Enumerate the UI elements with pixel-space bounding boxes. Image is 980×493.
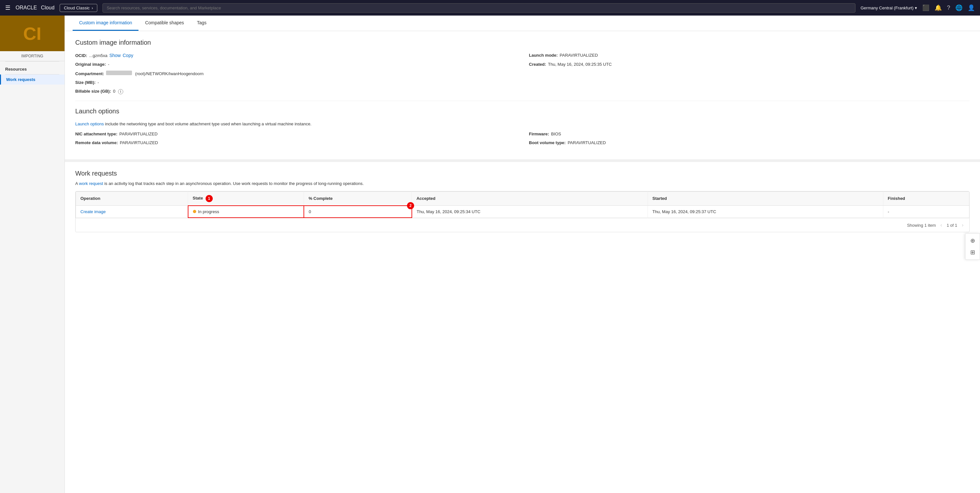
image-initials: CI <box>23 23 41 44</box>
remote-data-value: PARAVIRTUALIZED <box>120 140 158 145</box>
col-operation: Operation <box>76 192 188 206</box>
launch-mode-row: Launch mode: PARAVIRTUALIZED <box>529 53 970 58</box>
topnav-right-area: Germany Central (Frankfurt) ▾ ⬛ 🔔 ? 🌐 👤 <box>861 4 975 11</box>
main-content: Custom image information Compatible shap… <box>65 16 980 493</box>
oracle-text: ORACLE <box>16 5 37 11</box>
finished-value: - <box>888 209 889 214</box>
ocid-copy-link[interactable]: Copy <box>123 53 133 58</box>
started-value: Thu, May 16, 2024, 09:25:37 UTC <box>652 209 716 214</box>
top-navigation: ☰ ORACLE Cloud Cloud Classic › Germany C… <box>0 0 980 16</box>
help-panel-grid-icon[interactable]: ⊞ <box>968 248 977 257</box>
resources-section-label: Resources <box>0 62 65 74</box>
hamburger-menu-icon[interactable]: ☰ <box>5 4 10 11</box>
firmware-value: BIOS <box>551 132 561 136</box>
main-layout: CI IMPORTING Resources Work requests Cus… <box>0 16 980 493</box>
boot-volume-row: Boot volume type: PARAVIRTUALIZED <box>529 140 970 145</box>
table-pagination: Showing 1 item ‹ 1 of 1 › <box>76 218 969 232</box>
size-row: Size (MB): - <box>75 80 516 85</box>
size-label: Size (MB): <box>75 80 95 85</box>
ocid-label: OCID: <box>75 53 87 58</box>
user-profile-icon[interactable]: 👤 <box>968 4 975 11</box>
ocid-row: OCID: ...gzm5xa Show Copy <box>75 53 516 58</box>
help-icon[interactable]: ? <box>947 5 950 11</box>
annotation-badge-1: 1 <box>205 195 213 202</box>
col-finished: Finished <box>883 192 969 206</box>
help-panel: ⊕ ⊞ <box>965 233 980 260</box>
cell-operation: Create image <box>76 206 188 218</box>
compartment-label: Compartment: <box>75 71 104 76</box>
original-image-value: - <box>108 62 109 67</box>
empty-right-2 <box>529 80 970 85</box>
sidebar: CI IMPORTING Resources Work requests <box>0 16 65 493</box>
billable-size-value: 0 <box>113 89 115 94</box>
created-value: Thu, May 16, 2024, 09:25:35 UTC <box>548 62 612 67</box>
notifications-icon[interactable]: 🔔 <box>935 4 942 11</box>
create-image-link[interactable]: Create image <box>80 209 106 214</box>
billable-size-row: Billable size (GB): 0 ℹ <box>75 89 516 94</box>
cell-percent-complete: 0 2 <box>304 206 412 218</box>
info-grid: OCID: ...gzm5xa Show Copy Launch mode: P… <box>75 53 970 94</box>
original-image-label: Original image: <box>75 62 106 67</box>
state-badge: In progress <box>193 209 219 214</box>
pagination-next-button[interactable]: › <box>961 222 965 229</box>
oracle-cloud-logo: ORACLE Cloud <box>16 5 54 11</box>
work-requests-section: Work requests A work request is an activ… <box>65 159 980 240</box>
launch-options-link[interactable]: Launch options <box>75 122 104 126</box>
state-text: In progress <box>198 209 219 214</box>
firmware-label: Firmware: <box>529 132 549 136</box>
col-state: State 1 <box>188 192 304 206</box>
size-value: - <box>98 80 99 85</box>
created-row: Created: Thu, May 16, 2024, 09:25:35 UTC <box>529 62 970 67</box>
custom-image-info-section: Custom image information OCID: ...gzm5xa… <box>65 31 980 159</box>
section-divider <box>75 101 970 101</box>
language-icon[interactable]: 🌐 <box>955 4 963 11</box>
launch-mode-value: PARAVIRTUALIZED <box>560 53 598 58</box>
tab-bar: Custom image information Compatible shap… <box>65 16 980 31</box>
state-indicator-dot <box>193 210 196 213</box>
compartment-row: Compartment: (root)/NETWORK/IwanHoogendo… <box>75 71 516 76</box>
table-row: Create image In progress 0 2 <box>76 206 969 218</box>
work-requests-table: Operation State 1 % Complete Accepted <box>76 192 969 218</box>
cloud-classic-button[interactable]: Cloud Classic › <box>60 4 97 12</box>
work-requests-description: A work request is an activity log that t… <box>75 181 970 186</box>
col-started: Started <box>648 192 883 206</box>
firmware-row: Firmware: BIOS <box>529 132 970 136</box>
launch-options-title: Launch options <box>75 108 970 115</box>
showing-label: Showing 1 item <box>907 223 936 228</box>
work-request-link[interactable]: work request <box>79 181 103 186</box>
sidebar-item-label: Work requests <box>6 77 35 82</box>
ocid-show-link[interactable]: Show <box>109 53 121 58</box>
cloud-shell-icon[interactable]: ⬛ <box>922 4 929 11</box>
table-header-row: Operation State 1 % Complete Accepted <box>76 192 969 206</box>
annotation-badge-2: 2 <box>407 202 414 209</box>
search-input[interactable] <box>102 3 856 13</box>
accepted-value: Thu, May 16, 2024, 09:25:34 UTC <box>417 209 480 214</box>
launch-options-description: Launch options include the networking ty… <box>75 122 970 126</box>
cell-state: In progress <box>188 206 304 218</box>
nic-row: NIC attachment type: PARAVIRTUALIZED <box>75 132 516 136</box>
page-info: 1 of 1 <box>947 223 957 228</box>
cloud-text: Cloud <box>41 5 54 11</box>
tab-compatible-shapes[interactable]: Compatible shapes <box>138 16 190 31</box>
nic-label: NIC attachment type: <box>75 132 118 136</box>
tab-tags[interactable]: Tags <box>190 16 213 31</box>
image-status-label: IMPORTING <box>0 51 65 61</box>
image-thumbnail: CI <box>0 16 65 51</box>
empty-right-3 <box>529 89 970 94</box>
ocid-value: ...gzm5xa <box>89 53 107 58</box>
sidebar-item-work-requests[interactable]: Work requests <box>0 75 65 84</box>
boot-volume-value: PARAVIRTUALIZED <box>568 140 606 145</box>
compartment-path: (root)/NETWORK/IwanHoogendoorn <box>135 71 204 76</box>
pagination-prev-button[interactable]: ‹ <box>939 222 943 229</box>
col-percent-complete: % Complete <box>304 192 412 206</box>
tab-custom-image-information[interactable]: Custom image information <box>73 16 138 31</box>
launch-options-desc-text: include the networking type and boot vol… <box>105 122 312 126</box>
cell-accepted: Thu, May 16, 2024, 09:25:34 UTC <box>412 206 648 218</box>
work-requests-title: Work requests <box>75 170 970 177</box>
help-panel-lifebuoy-icon[interactable]: ⊕ <box>968 236 977 245</box>
region-selector[interactable]: Germany Central (Frankfurt) ▾ <box>861 5 917 10</box>
cell-started: Thu, May 16, 2024, 09:25:37 UTC <box>648 206 883 218</box>
billable-size-info-icon[interactable]: ℹ <box>118 89 123 94</box>
cell-finished: - <box>883 206 969 218</box>
percent-complete-value: 0 <box>309 209 311 214</box>
